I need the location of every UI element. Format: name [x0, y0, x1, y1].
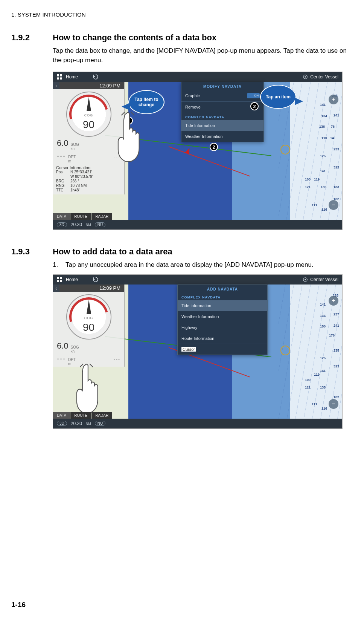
- zoom-out-button[interactable]: −: [329, 399, 338, 409]
- tab-radar[interactable]: RADAR: [91, 412, 112, 419]
- sog-label: SOG: [71, 345, 79, 349]
- depth-value: 14: [330, 136, 334, 140]
- bottom-tabs[interactable]: DATA ROUTE RADAR: [53, 213, 113, 220]
- depth-value: 241: [334, 324, 339, 327]
- depth-value: 136: [319, 125, 325, 128]
- svg-rect-3: [60, 78, 62, 80]
- cog-value: 90: [67, 119, 111, 131]
- grid-icon[interactable]: [57, 277, 62, 282]
- nu-toggle[interactable]: NU: [95, 421, 105, 426]
- cog-gauge[interactable]: COG 90: [66, 294, 111, 340]
- dpt-value: ---: [57, 355, 66, 363]
- sog-value: 6.0: [57, 138, 69, 148]
- running-header: 1. SYSTEM INTRODUCTION: [11, 11, 353, 18]
- 3d-toggle[interactable]: 3D: [57, 222, 67, 227]
- top-bar: Home Center Vessel: [53, 72, 342, 82]
- depth-value: 313: [334, 165, 339, 169]
- svg-rect-1: [60, 74, 62, 76]
- tab-route[interactable]: ROUTE: [70, 213, 91, 220]
- sog-value: 6.0: [57, 341, 69, 351]
- depth-value: 141: [320, 169, 326, 173]
- target-icon[interactable]: [303, 277, 308, 282]
- depth-value: 111: [312, 203, 317, 207]
- depth-value: 134: [320, 314, 326, 318]
- modify-navdata-popup[interactable]: MODIFY NAVDATA Graphic ON Remove COMPLEX…: [181, 82, 264, 142]
- figure-add-navdata: 228 141 134 237 241 150 176 235 125 119 …: [53, 274, 343, 429]
- figure-modify-navdata: 243 141 134 241 76 136 110 14 233 125 13…: [53, 72, 343, 230]
- home-button[interactable]: Home: [66, 74, 78, 80]
- cog-gauge[interactable]: COG 90: [66, 92, 111, 137]
- section-number: 1.9.3: [11, 247, 53, 257]
- depth-value: 125: [320, 154, 326, 158]
- home-button[interactable]: Home: [66, 277, 78, 282]
- collapse-icon[interactable]: ‹: [53, 285, 59, 292]
- depth-value: 235: [334, 349, 339, 352]
- bottom-tabs[interactable]: DATA ROUTE RADAR: [53, 412, 113, 419]
- undo-icon[interactable]: [93, 277, 98, 282]
- depth-value: 111: [312, 402, 317, 406]
- depth-value: 182: [334, 395, 339, 399]
- time-display: 12:09 PM: [59, 82, 124, 89]
- depth-value: 121: [305, 185, 311, 189]
- scale-value: 20.30: [71, 421, 82, 426]
- step-text: Tap any unoccupied area in the data area…: [65, 260, 314, 270]
- depth-value: 134: [321, 114, 327, 118]
- depth-value: 237: [334, 312, 339, 316]
- center-vessel-button[interactable]: Center Vessel: [310, 277, 338, 282]
- toggle-on[interactable]: ON: [247, 93, 260, 98]
- dpt-label: DPT: [68, 155, 76, 159]
- callout-tap-item: Tap an item: [260, 85, 296, 109]
- depth-value: 110: [321, 136, 327, 140]
- cog-value: 90: [67, 321, 111, 333]
- depth-value: 100: [305, 177, 311, 181]
- page-number: 1-16: [11, 601, 26, 609]
- depth-value: 183: [334, 185, 339, 189]
- scale-unit: NM: [86, 422, 91, 425]
- depth-value: 135: [320, 385, 326, 389]
- time-display: 12:09 PM: [59, 285, 124, 292]
- center-vessel-button[interactable]: Center Vessel: [310, 74, 338, 80]
- tab-radar[interactable]: RADAR: [91, 213, 112, 220]
- depth-value: 141: [320, 303, 326, 306]
- popup-item-highway[interactable]: Highway: [178, 322, 267, 333]
- depth-value: 150: [320, 324, 326, 328]
- popup-item-tide[interactable]: Tide Information: [178, 300, 267, 311]
- cog-label: COG: [67, 316, 111, 320]
- tab-data[interactable]: DATA: [53, 412, 70, 419]
- tab-route[interactable]: ROUTE: [70, 412, 91, 419]
- tab-data[interactable]: DATA: [53, 213, 70, 220]
- depth-value: 176: [329, 333, 335, 337]
- popup-item-graphic[interactable]: Graphic ON: [181, 90, 263, 101]
- svg-rect-8: [57, 280, 59, 282]
- popup-item-cursor[interactable]: Cursor: [178, 344, 267, 355]
- popup-item-weather[interactable]: Weather Information: [178, 311, 267, 322]
- grid-icon[interactable]: [57, 74, 62, 80]
- undo-icon[interactable]: [93, 74, 98, 80]
- popup-item-weather[interactable]: Weather Information: [181, 131, 263, 142]
- svg-rect-2: [57, 78, 59, 80]
- section-number: 1.9.2: [11, 33, 53, 43]
- cursor-info: PosN 25°33.421' W 80°23.579' BRG266 ° RN…: [53, 170, 124, 194]
- collapse-icon[interactable]: ‹: [53, 82, 59, 89]
- section-body: Tap the data box to change, and the [MOD…: [53, 46, 353, 65]
- dpt-value: ---: [57, 152, 66, 160]
- sog-unit: kn: [71, 147, 79, 151]
- depth-value: 116: [321, 208, 327, 211]
- step-number: 1.: [53, 260, 65, 270]
- zoom-in-button[interactable]: +: [329, 296, 338, 306]
- 3d-toggle[interactable]: 3D: [57, 421, 67, 426]
- svg-rect-7: [60, 277, 62, 279]
- section-title: How to change the contents of a data box: [53, 33, 216, 43]
- popup-item-route[interactable]: Route Information: [178, 333, 267, 344]
- depth-value: 135: [321, 185, 326, 189]
- dpt-unit: m: [68, 159, 76, 163]
- hand-icon: [110, 110, 151, 166]
- nu-toggle[interactable]: NU: [95, 222, 105, 227]
- data-panel[interactable]: ‹ 12:09 PM COG 90 6.0 SOG kn ---: [53, 285, 125, 367]
- scale-unit: NM: [86, 223, 91, 226]
- sog-label: SOG: [71, 142, 79, 147]
- popup-item-tide[interactable]: Tide Information: [181, 120, 263, 131]
- svg-point-5: [305, 76, 306, 78]
- add-navdata-popup[interactable]: ADD NAVDATA COMPLEX NAVDATA Tide Informa…: [177, 285, 268, 355]
- target-icon[interactable]: [303, 74, 308, 80]
